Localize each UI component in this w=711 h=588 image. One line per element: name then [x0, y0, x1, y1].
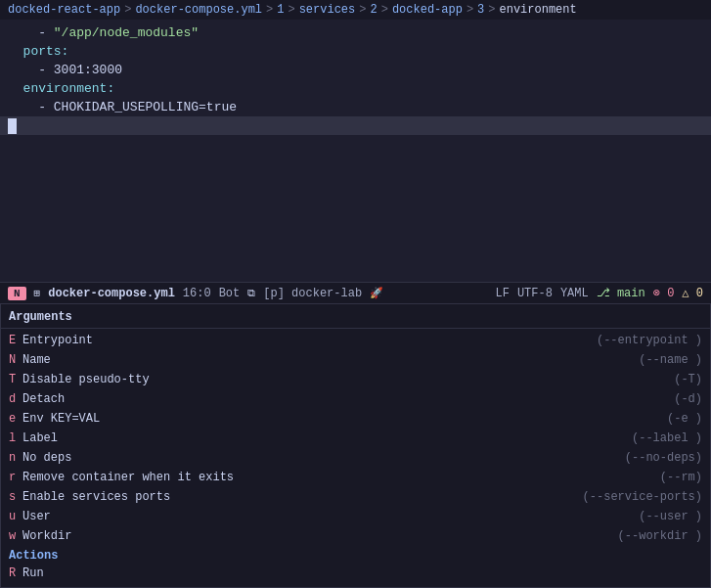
popup-item-flag: (--label ) [632, 431, 702, 445]
breadcrumb-sep-4: > [359, 3, 366, 17]
popup-item-key: e [9, 412, 22, 426]
popup-item[interactable]: EEntrypoint (--entrypoint ) [1, 331, 710, 350]
file-icon: ⊞ [34, 287, 41, 299]
breadcrumb-item-1: docked-react-app [8, 3, 120, 17]
code-line-4: environment: [0, 79, 711, 98]
popup-item-key: d [9, 392, 22, 406]
popup-item-flag: (-d) [674, 392, 702, 406]
breadcrumb-sep-2: > [266, 3, 273, 17]
app: docked-react-app > docker-compose.yml > … [0, 0, 711, 588]
status-git: ⎇ main [597, 286, 645, 300]
popup-item-flag: (--no-deps) [625, 451, 702, 465]
status-position: 16:0 [183, 287, 211, 300]
breadcrumb-sep-1: > [124, 3, 131, 17]
status-lf: LF [495, 287, 509, 300]
popup-item-flag: (--user ) [639, 510, 702, 523]
breadcrumb-item-2: docker-compose.yml [135, 3, 262, 17]
code-line-1: - "/app/node_modules" [0, 23, 711, 42]
popup-item-key: w [9, 529, 22, 543]
popup-title: Arguments [1, 308, 710, 329]
popup-item-key: N [9, 353, 22, 367]
popup-item[interactable]: dDetach (-d) [1, 389, 710, 409]
popup-actions-title: Actions [1, 546, 710, 564]
breadcrumb-item-6: docked-app [392, 3, 463, 17]
code-line-2: ports: [0, 42, 711, 61]
autocomplete-popup: Arguments EEntrypoint (--entrypoint )NNa… [0, 303, 711, 588]
popup-item-key: s [9, 490, 22, 504]
breadcrumb-item-5: 2 [370, 3, 377, 17]
popup-item-key: u [9, 510, 22, 523]
status-filetype: YAML [560, 287, 589, 300]
breadcrumb-item-3: 1 [277, 3, 284, 17]
status-errors: ⊗ 0 [653, 286, 675, 300]
popup-item-key: n [9, 451, 22, 465]
popup-item-name: Disable pseudo-tty [22, 373, 674, 386]
popup-item-key: l [9, 431, 22, 445]
popup-item-flag: (-T) [674, 373, 702, 386]
status-right: LF UTF-8 YAML ⎇ main ⊗ 0 △ 0 [495, 286, 703, 300]
popup-item-flag: (--name ) [639, 353, 702, 367]
popup-item-name: Detach [22, 392, 674, 406]
project-icon: ⧉ [247, 288, 255, 299]
popup-item-key: r [9, 471, 22, 484]
popup-item[interactable]: lLabel (--label ) [1, 429, 710, 448]
breadcrumb-item-7: 3 [477, 3, 484, 17]
popup-action-key: R [9, 566, 22, 580]
status-warnings: △ 0 [682, 286, 703, 300]
popup-item[interactable]: wWorkdir (--workdir ) [1, 526, 710, 546]
breadcrumb-item-8: environment [500, 3, 577, 17]
popup-item-name: Remove container when it exits [22, 471, 660, 484]
status-bot: Bot [219, 287, 241, 300]
popup-item-flag: (--rm) [660, 471, 702, 484]
popup-item-name: Name [22, 353, 639, 367]
code-editor[interactable]: - "/app/node_modules" ports: - 3001:3000… [0, 20, 711, 282]
popup-action-item[interactable]: RRun [1, 564, 710, 583]
status-mode: N [8, 287, 26, 300]
code-line-3: - 3001:3000 [0, 61, 711, 79]
popup-item-flag: (-e ) [667, 412, 702, 426]
breadcrumb-sep-7: > [488, 3, 495, 17]
popup-item-name: Entrypoint [22, 334, 597, 347]
popup-item-name: Workdir [22, 529, 618, 543]
popup-item-name: No deps [22, 451, 625, 465]
popup-item[interactable]: NName (--name ) [1, 350, 710, 370]
status-project: [p] docker-lab [263, 287, 362, 300]
popup-item-flag: (--workdir ) [618, 529, 702, 543]
popup-item-name: Enable services ports [22, 490, 583, 504]
popup-item[interactable]: uUser (--user ) [1, 507, 710, 526]
rocket-icon: 🚀 [370, 287, 383, 299]
popup-item[interactable]: eEnv KEY=VAL (-e ) [1, 409, 710, 429]
code-line-cursor [0, 116, 711, 135]
popup-item-flag: (--service-ports) [583, 490, 702, 504]
cursor [8, 118, 17, 134]
breadcrumb: docked-react-app > docker-compose.yml > … [0, 0, 711, 20]
popup-action-label: Run [22, 566, 44, 580]
breadcrumb-sep-3: > [288, 3, 294, 17]
popup-item[interactable]: sEnable services ports (--service-ports) [1, 487, 710, 507]
breadcrumb-item-4: services [299, 3, 356, 17]
breadcrumb-sep-5: > [381, 3, 388, 17]
popup-item-name: Label [22, 431, 632, 445]
breadcrumb-sep-6: > [467, 3, 473, 17]
popup-actions: RRun [1, 564, 710, 583]
popup-item-flag: (--entrypoint ) [597, 334, 702, 347]
popup-item[interactable]: TDisable pseudo-tty (-T) [1, 370, 710, 389]
popup-items: EEntrypoint (--entrypoint )NName (--name… [1, 331, 710, 546]
status-bar: N ⊞ docker-compose.yml 16:0 Bot ⧉ [p] do… [0, 282, 711, 303]
popup-item[interactable]: rRemove container when it exits (--rm) [1, 468, 710, 487]
popup-item[interactable]: nNo deps (--no-deps) [1, 448, 710, 468]
code-line-5: - CHOKIDAR_USEPOLLING=true [0, 98, 711, 116]
popup-item-key: T [9, 373, 22, 386]
status-encoding: UTF-8 [517, 287, 553, 300]
popup-item-key: E [9, 334, 22, 347]
status-filename: docker-compose.yml [48, 287, 175, 300]
popup-item-name: Env KEY=VAL [22, 412, 667, 426]
popup-item-name: User [22, 510, 639, 523]
